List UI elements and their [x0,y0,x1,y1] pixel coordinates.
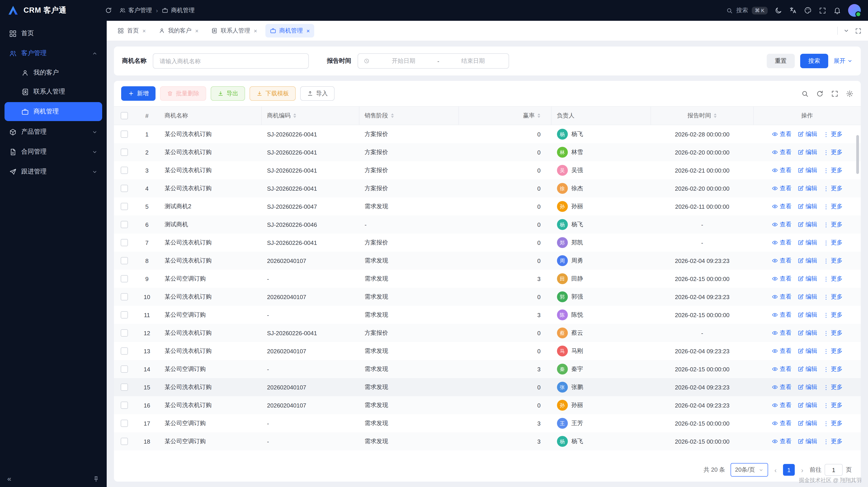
more-action[interactable]: ⋮ 更多 [823,130,843,138]
edit-action[interactable]: 编辑 [798,311,817,319]
row-checkbox[interactable] [121,131,128,138]
sort-icon[interactable] [537,113,540,118]
row-checkbox[interactable] [121,348,128,355]
row-checkbox[interactable] [121,203,128,210]
view-action[interactable]: 查看 [772,365,792,373]
edit-action[interactable]: 编辑 [798,329,817,337]
close-icon[interactable]: × [254,28,257,34]
sidebar-item-followup-management[interactable]: 跟进管理 [0,162,107,182]
table-row[interactable]: 6 测试商机 SJ-20260226-0046 - 0 杨 杨飞 - 查看 编辑… [114,216,861,233]
view-action[interactable]: 查看 [772,202,792,210]
edit-action[interactable]: 编辑 [798,166,817,174]
more-action[interactable]: ⋮ 更多 [823,437,843,446]
close-icon[interactable]: × [143,28,146,34]
content-fullscreen-icon[interactable] [855,27,862,34]
table-row[interactable]: 1 某公司洗衣机订购 SJ-20260226-0041 方案报价 0 杨 杨飞 … [114,125,861,143]
edit-action[interactable]: 编辑 [798,419,817,427]
pin-icon[interactable] [93,476,99,482]
table-row[interactable]: 3 某公司洗衣机订购 SJ-20260226-0041 方案报价 0 吴 吴强 … [114,161,861,180]
breadcrumb-item-opportunities[interactable]: 商机管理 [162,6,195,14]
row-checkbox[interactable] [121,329,128,336]
table-row[interactable]: 15 某公司洗衣机订购 202602040107 需求发现 0 张 张鹏 202… [114,378,861,396]
table-row[interactable]: 4 某公司洗衣机订购 SJ-20260226-0041 方案报价 0 徐 徐杰 … [114,180,861,197]
edit-action[interactable]: 编辑 [798,383,817,391]
view-action[interactable]: 查看 [772,401,792,409]
edit-action[interactable]: 编辑 [798,202,817,210]
table-row[interactable]: 12 某公司洗衣机订购 SJ-20260226-0041 方案报价 0 蔡 蔡云… [114,324,861,342]
table-scrollbar[interactable] [856,135,859,174]
edit-action[interactable]: 编辑 [798,238,817,247]
edit-action[interactable]: 编辑 [798,437,817,446]
table-row[interactable]: 8 某公司洗衣机订购 202602040107 需求发现 0 周 周勇 2026… [114,252,861,270]
more-action[interactable]: ⋮ 更多 [823,401,843,409]
view-action[interactable]: 查看 [772,238,792,247]
table-search-icon[interactable] [801,90,809,97]
view-action[interactable]: 查看 [772,311,792,319]
row-checkbox[interactable] [121,311,128,319]
sort-icon[interactable] [714,113,716,118]
view-action[interactable]: 查看 [772,329,792,337]
table-fullscreen-icon[interactable] [831,90,839,97]
tab-contact-management[interactable]: 联系人管理 × [207,24,261,37]
sidebar-item-product-management[interactable]: 产品管理 [0,122,107,142]
row-checkbox[interactable] [121,420,128,427]
table-row[interactable]: 9 某公司空调订购 - 需求发现 3 田 田静 2026-02-15 00:00… [114,270,861,288]
reset-button[interactable]: 重置 [767,54,795,68]
translate-icon[interactable] [789,6,797,14]
table-row[interactable]: 7 某公司洗衣机订购 SJ-20260226-0041 方案报价 0 郑 郑凯 … [114,233,861,252]
edit-action[interactable]: 编辑 [798,184,817,192]
row-checkbox[interactable] [121,149,128,156]
more-action[interactable]: ⋮ 更多 [823,202,843,210]
end-date-placeholder[interactable]: 结束日期 [443,57,503,65]
row-checkbox[interactable] [121,384,128,391]
edit-action[interactable]: 编辑 [798,221,817,229]
view-action[interactable]: 查看 [772,221,792,229]
more-action[interactable]: ⋮ 更多 [823,311,843,319]
edit-action[interactable]: 编辑 [798,275,817,283]
table-row[interactable]: 18 某公司空调订购 - 需求发现 3 杨 杨飞 2026-02-15 00:0… [114,432,861,450]
more-action[interactable]: ⋮ 更多 [823,329,843,337]
table-row[interactable]: 16 某公司洗衣机订购 202602040107 需求发现 0 孙 孙丽 202… [114,396,861,414]
tab-home[interactable]: 首页 × [113,24,150,37]
more-action[interactable]: ⋮ 更多 [823,166,843,174]
sidebar-item-contact-management[interactable]: 联系人管理 [0,82,107,101]
more-action[interactable]: ⋮ 更多 [823,148,843,156]
sort-icon[interactable] [391,113,394,118]
fullscreen-icon[interactable] [819,6,827,14]
row-checkbox[interactable] [121,257,128,264]
prev-page-button[interactable]: ‹ [774,466,778,474]
sidebar-item-customer-management[interactable]: 客户管理 [0,43,107,63]
opportunity-name-input[interactable] [159,57,303,65]
view-action[interactable]: 查看 [772,419,792,427]
batch-delete-button[interactable]: 批量删除 [160,86,206,101]
refresh-icon[interactable] [105,7,112,14]
more-action[interactable]: ⋮ 更多 [823,238,843,247]
edit-action[interactable]: 编辑 [798,130,817,138]
table-row[interactable]: 17 某公司空调订购 - 需求发现 3 王 王芳 2026-02-15 00:0… [114,414,861,432]
select-all-checkbox[interactable] [121,112,128,119]
edit-action[interactable]: 编辑 [798,257,817,265]
start-date-placeholder[interactable]: 开始日期 [373,57,434,65]
tab-opportunity-management[interactable]: 商机管理 × [266,24,314,37]
col-code[interactable]: 商机编码 [261,107,359,125]
row-checkbox[interactable] [121,293,128,300]
col-stage[interactable]: 销售阶段 [359,107,459,125]
more-action[interactable]: ⋮ 更多 [823,347,843,355]
col-rate[interactable]: 赢率 [459,107,551,125]
page-size-select[interactable]: 20条/页 [731,463,768,477]
add-button[interactable]: 新增 [121,86,156,101]
sidebar-item-home[interactable]: 首页 [0,24,107,43]
table-row[interactable]: 14 某公司空调订购 - 需求发现 3 秦 秦宇 2026-02-15 00:0… [114,360,861,378]
more-action[interactable]: ⋮ 更多 [823,383,843,391]
table-row[interactable]: 2 某公司洗衣机订购 SJ-20260226-0041 方案报价 0 林 林雪 … [114,143,861,161]
more-action[interactable]: ⋮ 更多 [823,419,843,427]
sidebar-item-opportunity-management[interactable]: 商机管理 [4,102,102,121]
edit-action[interactable]: 编辑 [798,347,817,355]
edit-action[interactable]: 编辑 [798,365,817,373]
notifications-icon[interactable] [833,6,841,14]
more-action[interactable]: ⋮ 更多 [823,184,843,192]
page-number-button[interactable]: 1 [783,464,795,476]
theme-icon[interactable] [804,6,812,14]
table-row[interactable]: 11 某公司空调订购 - 需求发现 3 陈 陈悦 2026-02-15 00:0… [114,306,861,324]
sort-icon[interactable] [293,113,296,118]
